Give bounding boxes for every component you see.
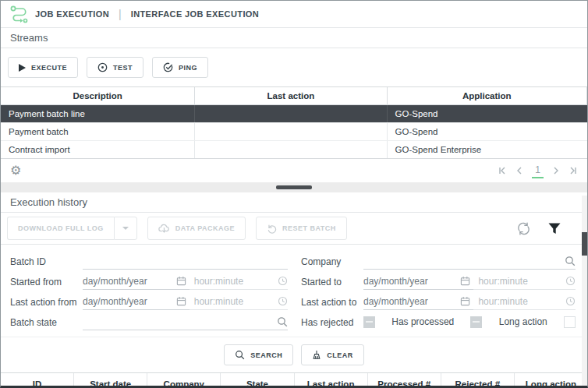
page-title: JOB EXECUTION xyxy=(35,9,109,19)
calendar-icon[interactable] xyxy=(460,276,470,286)
cell-description: Payment batch line xyxy=(1,105,195,122)
search-icon[interactable] xyxy=(277,316,288,327)
job-execution-icon xyxy=(9,5,29,23)
calendar-icon[interactable] xyxy=(176,296,186,306)
gear-icon[interactable]: ⚙ xyxy=(10,164,21,177)
column-header-start-date[interactable]: Start date xyxy=(74,373,147,388)
execution-history-toolbar: DOWNLOAD FULL LOG DATA PACKAGE RESET BAT… xyxy=(1,213,587,245)
cell-last-action xyxy=(195,105,387,122)
column-header-last-action[interactable]: Last action xyxy=(195,87,387,105)
column-header-rejected[interactable]: Rejected # xyxy=(441,373,515,388)
target-icon xyxy=(97,62,108,72)
next-page-button[interactable] xyxy=(551,166,561,175)
company-label: Company xyxy=(301,256,363,270)
chevron-down-icon xyxy=(122,227,129,230)
clear-button[interactable]: CLEAR xyxy=(301,344,364,365)
has-processed-checkbox[interactable] xyxy=(470,316,482,328)
search-icon xyxy=(235,350,245,360)
started-to-date-input[interactable] xyxy=(363,276,457,287)
refresh-icon[interactable] xyxy=(516,221,531,236)
filter-icon[interactable] xyxy=(548,223,561,235)
check-circle-icon xyxy=(163,62,173,72)
column-header-state[interactable]: State xyxy=(221,373,294,388)
cloud-download-icon xyxy=(158,224,170,233)
cell-application: GO-Spend xyxy=(388,105,587,122)
cell-application: GO-Spend xyxy=(388,123,587,140)
reset-batch-label: RESET BATCH xyxy=(282,224,336,232)
column-header-application[interactable]: Application xyxy=(388,87,587,105)
test-button-label: TEST xyxy=(113,64,133,72)
started-to-time-input[interactable] xyxy=(478,276,562,287)
execution-history-section-title: Execution history xyxy=(1,192,587,213)
filter-actions: SEARCH CLEAR xyxy=(1,337,587,372)
play-icon xyxy=(19,64,26,72)
column-header-long-action[interactable]: Long action xyxy=(515,373,587,388)
download-options-dropdown-button[interactable] xyxy=(114,217,137,240)
calendar-icon[interactable] xyxy=(176,276,186,286)
last-page-button[interactable] xyxy=(569,166,578,175)
clock-icon[interactable] xyxy=(278,296,288,306)
column-header-company[interactable]: Company xyxy=(147,373,221,388)
first-page-button[interactable] xyxy=(498,166,507,175)
has-processed-label: Has processed xyxy=(391,316,454,327)
batch-id-input[interactable] xyxy=(83,256,288,266)
search-button-label: SEARCH xyxy=(250,351,282,359)
search-icon[interactable] xyxy=(565,256,576,266)
clock-icon[interactable] xyxy=(565,296,576,306)
started-to-label: Started to xyxy=(301,277,363,290)
table-row[interactable]: Contract import GO-Spend Enterprise xyxy=(1,141,587,158)
ping-button[interactable]: PING xyxy=(152,57,208,78)
last-action-to-date-input[interactable] xyxy=(363,296,457,307)
calendar-icon[interactable] xyxy=(460,296,470,306)
splitter-drag-handle[interactable] xyxy=(276,185,312,189)
last-action-from-time-input[interactable] xyxy=(194,296,275,307)
column-header-last-action[interactable]: Last action xyxy=(295,373,368,388)
filter-row: Batch state Has rejected Has processed L… xyxy=(10,312,587,330)
pagination: 1 xyxy=(498,164,578,178)
undo-icon xyxy=(267,224,277,234)
last-action-to-time-input[interactable] xyxy=(478,296,562,307)
execute-button[interactable]: EXECUTE xyxy=(8,57,78,78)
prev-page-button[interactable] xyxy=(515,166,524,175)
cell-last-action xyxy=(195,141,387,158)
test-button[interactable]: TEST xyxy=(87,57,143,78)
has-rejected-checkbox[interactable] xyxy=(363,316,375,328)
page-subtitle: INTERFACE JOB EXECUTION xyxy=(131,9,259,19)
streams-toolbar: EXECUTE TEST PING xyxy=(1,48,587,86)
started-from-date-input[interactable] xyxy=(83,276,173,287)
table-row[interactable]: Payment batch line GO-Spend xyxy=(1,105,587,123)
download-full-log-button[interactable]: DOWNLOAD FULL LOG xyxy=(7,217,114,240)
scrollbar-thumb[interactable] xyxy=(582,232,587,256)
column-header-description[interactable]: Description xyxy=(1,87,195,105)
current-page[interactable]: 1 xyxy=(532,164,544,178)
app-window: JOB EXECUTION | INTERFACE JOB EXECUTION … xyxy=(0,0,588,388)
data-package-label: DATA PACKAGE xyxy=(175,224,235,232)
column-header-id[interactable]: ID xyxy=(1,373,74,388)
top-bar: JOB EXECUTION | INTERFACE JOB EXECUTION xyxy=(1,1,587,28)
search-button[interactable]: SEARCH xyxy=(224,344,293,365)
clock-icon[interactable] xyxy=(278,276,288,286)
column-header-processed[interactable]: Processed # xyxy=(368,373,441,388)
company-input[interactable] xyxy=(363,256,561,266)
started-from-time-input[interactable] xyxy=(194,276,275,287)
table-row[interactable]: Payment batch GO-Spend xyxy=(1,123,587,141)
batch-state-label: Batch state xyxy=(10,317,83,330)
batch-state-input[interactable] xyxy=(83,316,274,327)
cell-last-action xyxy=(195,123,387,140)
long-action-checkbox[interactable] xyxy=(564,316,576,328)
last-action-to-label: Last action to xyxy=(301,297,363,310)
title-separator: | xyxy=(119,8,122,20)
execute-button-label: EXECUTE xyxy=(31,64,67,72)
data-package-button[interactable]: DATA PACKAGE xyxy=(147,217,246,240)
last-action-from-label: Last action from xyxy=(10,297,83,310)
last-action-from-date-input[interactable] xyxy=(83,296,173,307)
cell-application: GO-Spend Enterprise xyxy=(388,141,587,158)
filter-row: Batch ID Company xyxy=(10,251,587,270)
clock-icon[interactable] xyxy=(565,276,576,286)
reset-batch-button[interactable]: RESET BATCH xyxy=(256,217,347,240)
download-full-log-split-button: DOWNLOAD FULL LOG xyxy=(7,217,137,240)
streams-table: Description Last action Application Paym… xyxy=(1,86,587,159)
ping-button-label: PING xyxy=(179,64,197,72)
vertical-scrollbar[interactable] xyxy=(582,196,587,386)
clear-button-label: CLEAR xyxy=(327,351,353,359)
